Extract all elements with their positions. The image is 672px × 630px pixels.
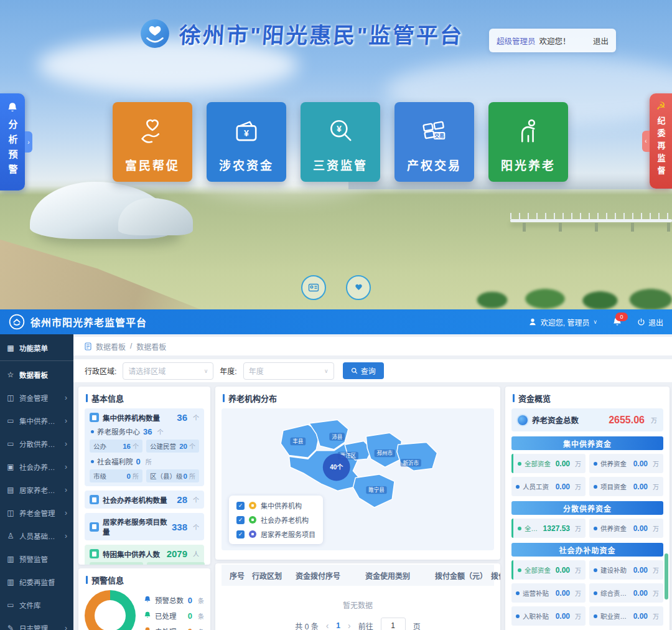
chevron-right-icon: › <box>65 393 67 402</box>
stat-chip: 公办 16 个 <box>90 440 142 453</box>
heart-hands-icon[interactable] <box>346 275 371 300</box>
fund-stat-label: 人员工资 <box>523 482 549 491</box>
sidebar-item[interactable]: ▥ 纪委再监督 <box>0 570 73 593</box>
hand-heart-icon <box>136 102 169 156</box>
document-icon <box>85 342 91 350</box>
sidebar-item[interactable]: ▦ 功能菜单 <box>0 336 73 361</box>
stat-card-concentrated-people: 特困集中供养人数 2079 人 五保老人 103 人 三无老人 1976 人 <box>85 545 204 565</box>
fund-stat: 全部资金 1327.53 万 <box>511 519 586 538</box>
sidebar-item-icon: ✎ <box>6 624 15 630</box>
region-filter-label: 行政区域: <box>85 365 116 376</box>
sidebar-item-label: 数据看板 <box>19 370 63 380</box>
card-icon <box>90 522 99 532</box>
sidebar-item[interactable]: ▭ 集中供养资金 › <box>0 409 73 432</box>
breadcrumb-separator: / <box>130 342 132 350</box>
chevron-right-icon: › <box>65 440 67 448</box>
stat-value: 2079 <box>167 548 187 559</box>
map-legend-item[interactable]: 居家养老服务项目 <box>236 529 315 539</box>
funds-overview-panel: 资金概览 养老资金总数 2655.06 万 集中供养资金 全部资金 0.00 万 <box>505 387 670 630</box>
chevron-right-icon[interactable]: › <box>25 131 32 153</box>
chevron-left-icon[interactable]: ‹ <box>642 131 650 152</box>
checkbox-checked-icon[interactable] <box>236 516 245 524</box>
tile-shenong-zijin[interactable]: ¥ 涉农资金 <box>207 102 286 182</box>
portal-logo-icon <box>139 18 170 49</box>
chevron-down-icon: ∨ <box>324 368 329 374</box>
scrollbar-thumb[interactable] <box>665 553 668 599</box>
prev-page-button[interactable]: ‹ <box>326 621 329 630</box>
card-icon <box>90 413 99 422</box>
sidebar-item[interactable]: ♙ 人员基础信息 › <box>0 524 73 547</box>
alert-stat-label: 已处理 <box>155 611 177 621</box>
map-legend: 集中供养机构 社会办养老机构 居家养老服务项目 <box>229 496 323 544</box>
checkbox-checked-icon[interactable] <box>236 502 245 510</box>
sidebar-item[interactable]: ◫ 资金管理 › <box>0 386 73 409</box>
fund-stat-label: 供养资金 <box>600 459 627 468</box>
alert-stat: 未处理 0 条 <box>144 626 204 630</box>
sidebar-item[interactable]: ▭ 分散供养资金 › <box>0 432 73 455</box>
funds-total-row: 养老资金总数 2655.06 万 <box>511 408 663 431</box>
bullet-icon <box>594 527 597 530</box>
sidebar-item[interactable]: ▥ 预警监管 <box>0 547 73 570</box>
breadcrumb-item[interactable]: 数据看板 <box>96 341 126 352</box>
fund-stat-label: 项目资金 <box>600 482 627 491</box>
breadcrumb-item[interactable]: 数据看板 <box>136 341 166 352</box>
discipline-supervision-ribbon[interactable]: ☭ 纪委再监督 ‹ <box>650 93 672 189</box>
fund-section-header: 集中供养资金 <box>511 436 663 450</box>
user-menu[interactable]: 欢迎您, 管理员 ∨ <box>528 317 597 327</box>
checkbox-checked-icon[interactable] <box>236 530 245 538</box>
bullet-icon <box>91 430 94 433</box>
next-page-button[interactable]: › <box>348 621 351 630</box>
hero-portal: 徐州市"阳光惠民"监管平台 超级管理员 欢迎您！ 退出 分析预警 › ☭ 纪委再… <box>0 0 672 309</box>
chevron-down-icon: ∨ <box>593 319 597 325</box>
sidebar-item[interactable]: ✎ 日志管理 › <box>0 616 73 630</box>
party-emblem-icon: ☭ <box>656 101 665 111</box>
svg-text:¥: ¥ <box>244 128 249 138</box>
goto-page-input[interactable] <box>381 618 406 630</box>
bullet-icon <box>518 568 521 572</box>
search-label: 查询 <box>361 365 376 376</box>
fund-stat-unit: 万 <box>575 524 581 533</box>
tile-chanquan-jiaoyi[interactable]: 交易 产权交易 <box>394 102 474 182</box>
map-legend-item[interactable]: 集中供养机构 <box>236 501 315 510</box>
map-legend-item[interactable]: 社会办养老机构 <box>236 515 315 525</box>
analysis-alert-ribbon[interactable]: 分析预警 › <box>0 93 25 190</box>
stat-card-concentrated-orgs: 集中供养机构数量 36 个 养老服务中心 36 个 公办 16 个 <box>85 408 204 486</box>
substat-value: 0 <box>136 457 141 466</box>
alert-stat-label: 预警总数 <box>155 595 184 605</box>
sidebar-item[interactable]: ▣ 社会办养老机构 › <box>0 455 73 478</box>
funds-total-unit: 万 <box>651 415 657 425</box>
page-number[interactable]: 1 <box>336 621 340 630</box>
basic-info-panel: 基本信息 集中供养机构数量 36 个 养老服务中心 36 个 公 <box>78 387 210 565</box>
table-empty-text: 暂无数据 <box>215 586 500 618</box>
map-region-label: 沛县 <box>332 433 343 440</box>
sidebar-item-icon: ◫ <box>6 509 15 517</box>
fund-stat-unit: 万 <box>575 459 581 468</box>
tile-fumin-bangcu[interactable]: 富民帮促 <box>113 102 192 182</box>
region-select[interactable]: 请选择区域 ∨ <box>123 362 213 380</box>
search-button[interactable]: 查询 <box>343 362 384 379</box>
fund-stat-value: 0.00 <box>556 459 570 468</box>
notifications-bell[interactable]: 0 <box>612 317 622 327</box>
sidebar-item[interactable]: ▭ 文件库 <box>0 593 73 616</box>
bridge <box>510 213 672 219</box>
sidebar-item[interactable]: ☆ 数据看板 <box>0 363 73 386</box>
fund-stat-unit: 万 <box>575 611 581 621</box>
tile-yangguang-yanglao[interactable]: 阳光养老 <box>488 102 568 182</box>
fund-stat-label: 运营补贴 <box>523 588 549 598</box>
sidebar-item-label: 日志管理 <box>19 623 60 630</box>
id-card-icon[interactable] <box>301 275 326 300</box>
substat-label: 社会福利院 <box>97 456 133 466</box>
tile-sanzi-jianguan[interactable]: ¥ 三资监管 <box>301 102 380 182</box>
sidebar-item-label: 功能菜单 <box>19 343 63 353</box>
fund-stat: 供养资金 0.00 万 <box>589 519 663 538</box>
pagination: 共 0 条 ‹ 1 › 前往 页 <box>215 618 500 630</box>
fund-stat-label: 入职补贴 <box>523 611 549 621</box>
stat-chip: 区（县）级 0 所 <box>146 469 199 482</box>
sidebar-item[interactable]: ◫ 养老金管理 › <box>0 501 73 524</box>
year-select[interactable]: 年度 ∨ <box>243 362 334 380</box>
logout-link[interactable]: 退出 <box>593 35 609 47</box>
ribbon-label: 纪委再监督 <box>655 116 667 179</box>
sidebar-item[interactable]: ▤ 居家养老服务项目 › <box>0 478 73 501</box>
logout-button[interactable]: 退出 <box>637 317 663 327</box>
fund-stat-unit: 万 <box>575 565 581 575</box>
